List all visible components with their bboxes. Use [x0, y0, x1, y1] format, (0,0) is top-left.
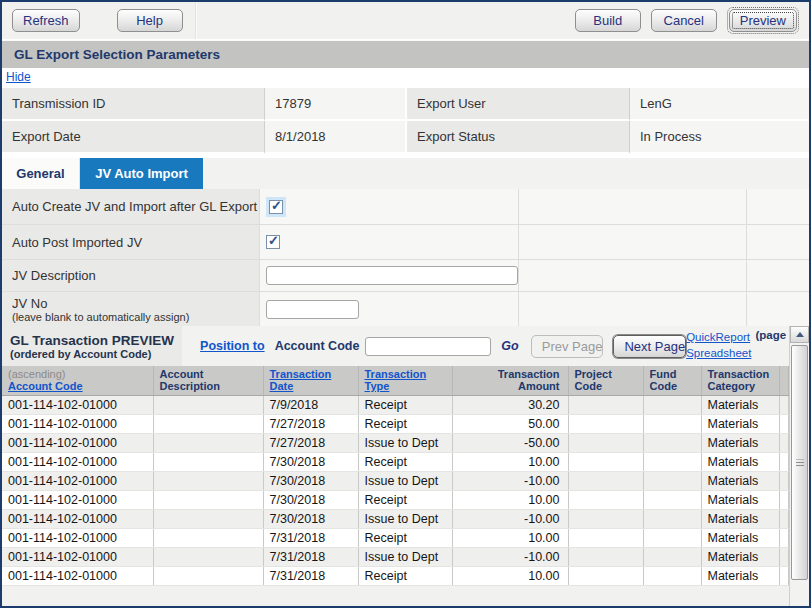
jv-no-input[interactable]: [266, 300, 359, 319]
next-page-button[interactable]: Next Page: [613, 335, 686, 358]
spacer-header: [779, 366, 789, 396]
build-button[interactable]: Build: [575, 9, 641, 32]
transaction-amount-cell: 30.20: [452, 396, 568, 415]
transaction-amount-cell: 10.00: [452, 453, 568, 472]
account-description-cell: [153, 567, 263, 586]
transaction-amount-cell: 50.00: [452, 415, 568, 434]
refresh-button[interactable]: Refresh: [12, 9, 80, 32]
transaction-type-cell: Receipt: [358, 396, 452, 415]
spacer-cell: [519, 225, 747, 260]
transaction-category-cell: Materials: [701, 472, 779, 491]
transaction-category-cell: Materials: [701, 491, 779, 510]
transaction-type-cell: Issue to Dept: [358, 510, 452, 529]
transaction-date-cell: 7/30/2018: [263, 453, 358, 472]
spacer-cell: [779, 396, 789, 415]
table-row[interactable]: 001-114-102-010007/31/2018Receipt10.00Ma…: [2, 529, 789, 548]
export-user-label: Export User: [407, 88, 630, 121]
auto-post-jv-checkbox[interactable]: ✓: [266, 235, 280, 249]
auto-create-jv-label: Auto Create JV and Import after GL Expor…: [2, 189, 260, 225]
preview-subtitle: (ordered by Account Code): [10, 348, 174, 360]
transaction-date-cell: 7/30/2018: [263, 510, 358, 529]
transaction-type-cell: Issue to Dept: [358, 434, 452, 453]
spacer-cell: [519, 260, 747, 292]
table-row[interactable]: 001-114-102-010007/9/2018Receipt30.20Mat…: [2, 396, 789, 415]
table-row[interactable]: 001-114-102-010007/30/2018Receipt10.00Ma…: [2, 491, 789, 510]
table-row[interactable]: 001-114-102-010007/31/2018Receipt10.00Ma…: [2, 567, 789, 586]
tab-strip: General JV Auto Import: [2, 158, 809, 189]
table-row[interactable]: 001-114-102-010007/30/2018Issue to Dept-…: [2, 472, 789, 491]
account-code-cell: 001-114-102-01000: [2, 472, 153, 491]
spacer-cell: [747, 292, 809, 326]
account-description-header: Account Description: [153, 366, 263, 396]
table-row[interactable]: 001-114-102-010007/30/2018Issue to Dept-…: [2, 510, 789, 529]
transaction-type-sort-link[interactable]: Transaction Type: [365, 368, 427, 392]
export-summary-form: Transmission ID 17879 Export User LenG E…: [2, 88, 809, 154]
account-description-cell: [153, 453, 263, 472]
toolbar-right-group: Build Cancel Preview: [575, 7, 799, 34]
scroll-up-button[interactable]: [790, 326, 809, 343]
transaction-date-sort-link[interactable]: Transaction Date: [270, 368, 332, 392]
project-code-cell: [568, 472, 643, 491]
transaction-amount-header: Transaction Amount: [452, 366, 568, 396]
spacer-cell: [779, 415, 789, 434]
account-description-cell: [153, 510, 263, 529]
scrollbar-thumb[interactable]: [791, 345, 808, 580]
transaction-amount-cell: -10.00: [452, 510, 568, 529]
auto-post-jv-label: Auto Post Imported JV: [2, 225, 260, 260]
tab-jv-auto-import[interactable]: JV Auto Import: [80, 158, 203, 189]
position-to-link[interactable]: Position to: [200, 339, 265, 353]
spacer-cell: [779, 472, 789, 491]
tab-general[interactable]: General: [2, 158, 80, 189]
page-title: GL Export Selection Parameters: [2, 40, 809, 68]
spacer-cell: [519, 189, 747, 225]
top-toolbar: Refresh Help Build Cancel Preview: [2, 2, 809, 40]
hide-row: Hide: [2, 68, 809, 88]
account-description-cell: [153, 491, 263, 510]
fund-code-cell: [643, 510, 701, 529]
account-code-cell: 001-114-102-01000: [2, 567, 153, 586]
jv-description-input[interactable]: [266, 266, 518, 285]
export-user-value: LenG: [630, 88, 809, 121]
transaction-type-cell: Issue to Dept: [358, 472, 452, 491]
cancel-button[interactable]: Cancel: [651, 9, 717, 32]
export-links: QuickReport Spreadsheet: [686, 330, 755, 361]
transaction-category-cell: Materials: [701, 510, 779, 529]
transaction-category-cell: Materials: [701, 415, 779, 434]
transaction-category-cell: Materials: [701, 396, 779, 415]
transaction-type-cell: Receipt: [358, 567, 452, 586]
transaction-date-cell: 7/27/2018: [263, 415, 358, 434]
transaction-date-cell: 7/31/2018: [263, 567, 358, 586]
preview-button[interactable]: Preview: [729, 9, 797, 32]
transaction-amount-cell: -10.00: [452, 472, 568, 491]
spacer-cell: [747, 189, 809, 225]
fund-code-header: Fund Code: [643, 366, 701, 396]
table-row[interactable]: 001-114-102-010007/27/2018Receipt50.00Ma…: [2, 415, 789, 434]
account-code-sort-link[interactable]: Account Code: [8, 380, 83, 392]
table-row[interactable]: 001-114-102-010007/30/2018Receipt10.00Ma…: [2, 453, 789, 472]
prev-page-button[interactable]: Prev Page: [531, 335, 604, 358]
go-button[interactable]: Go: [501, 339, 518, 353]
transaction-category-cell: Materials: [701, 453, 779, 472]
project-code-cell: [568, 491, 643, 510]
spreadsheet-link[interactable]: Spreadsheet: [686, 346, 751, 362]
vertical-scrollbar[interactable]: [789, 326, 809, 606]
auto-create-jv-checkbox[interactable]: ✓: [269, 200, 283, 214]
transaction-amount-cell: 10.00: [452, 491, 568, 510]
table-row[interactable]: 001-114-102-010007/31/2018Issue to Dept-…: [2, 548, 789, 567]
quickreport-link[interactable]: QuickReport: [686, 330, 751, 346]
transaction-type-cell: Receipt: [358, 491, 452, 510]
export-status-label: Export Status: [407, 121, 630, 154]
position-to-input[interactable]: [365, 337, 491, 356]
spacer-cell: [779, 491, 789, 510]
help-button[interactable]: Help: [117, 9, 183, 32]
transaction-type-cell: Receipt: [358, 529, 452, 548]
spacer-cell: [779, 434, 789, 453]
transaction-date-cell: 7/27/2018: [263, 434, 358, 453]
hide-link[interactable]: Hide: [6, 70, 31, 84]
jv-no-label-main: JV No: [12, 296, 259, 311]
table-row[interactable]: 001-114-102-010007/27/2018Issue to Dept-…: [2, 434, 789, 453]
preview-toolbar: GL Transaction PREVIEW (ordered by Accou…: [2, 326, 789, 366]
account-code-header: (ascending) Account Code: [2, 366, 153, 396]
transaction-category-cell: Materials: [701, 548, 779, 567]
project-code-cell: [568, 548, 643, 567]
